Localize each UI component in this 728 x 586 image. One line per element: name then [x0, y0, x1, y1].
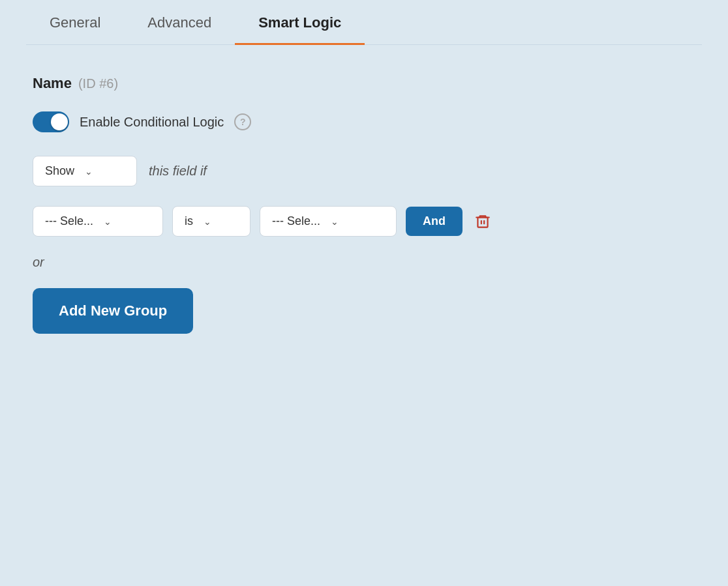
svg-rect-0 — [478, 217, 487, 227]
tab-smart-logic[interactable]: Smart Logic — [235, 0, 365, 45]
toggle-thumb — [51, 113, 68, 130]
field-select-label: --- Sele... — [45, 214, 93, 228]
page-container: General Advanced Smart Logic Name (ID #6… — [0, 0, 728, 586]
field-name-label: Name — [33, 75, 72, 92]
operator-dropdown[interactable]: is ⌄ — [172, 206, 250, 237]
show-dropdown[interactable]: Show ⌄ — [33, 156, 137, 186]
show-dropdown-chevron: ⌄ — [85, 166, 93, 177]
operator-label: is — [185, 214, 193, 228]
tabs-bar: General Advanced Smart Logic — [26, 0, 702, 45]
tab-general[interactable]: General — [26, 0, 124, 45]
tab-content: Name (ID #6) Enable Conditional Logic ? … — [26, 68, 702, 360]
conditional-logic-row: Enable Conditional Logic ? — [33, 111, 695, 132]
help-icon[interactable]: ? — [234, 113, 251, 130]
tab-advanced[interactable]: Advanced — [124, 0, 235, 45]
operator-chevron: ⌄ — [204, 216, 211, 227]
condition-row: --- Sele... ⌄ is ⌄ --- Sele... ⌄ And — [33, 206, 695, 237]
field-select-chevron: ⌄ — [104, 216, 112, 227]
delete-condition-icon[interactable] — [472, 211, 494, 233]
add-new-group-button[interactable]: Add New Group — [33, 288, 193, 334]
toggle-label: Enable Conditional Logic — [80, 115, 224, 130]
value-select-dropdown[interactable]: --- Sele... ⌄ — [260, 206, 397, 237]
field-select-dropdown[interactable]: --- Sele... ⌄ — [33, 206, 163, 237]
show-dropdown-label: Show — [45, 164, 74, 178]
value-select-chevron: ⌄ — [331, 216, 339, 227]
field-id-label: (ID #6) — [78, 76, 118, 91]
value-select-label: --- Sele... — [272, 214, 320, 228]
and-button[interactable]: And — [406, 207, 463, 236]
show-field-row: Show ⌄ this field if — [33, 156, 695, 186]
enable-conditional-logic-toggle[interactable] — [33, 111, 69, 132]
toggle-track — [33, 111, 69, 132]
or-separator: or — [33, 255, 695, 270]
field-title: Name (ID #6) — [33, 75, 695, 92]
field-if-text: this field if — [149, 164, 207, 179]
